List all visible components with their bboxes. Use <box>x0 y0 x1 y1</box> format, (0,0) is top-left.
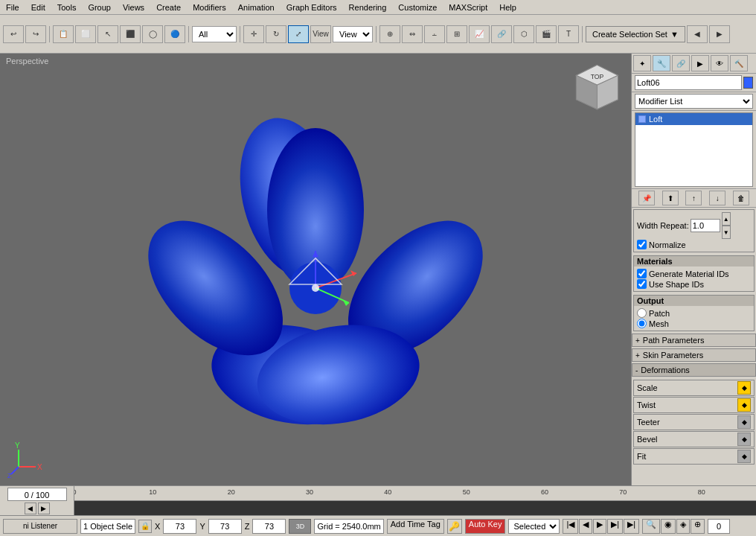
teeter-deform-btn[interactable]: Teeter ◆ <box>633 414 755 430</box>
add-key-icon[interactable]: 🔑 <box>447 519 462 534</box>
filter-btn1[interactable]: ◉ <box>661 519 676 534</box>
menu-rendering[interactable]: Rendering <box>343 1 393 13</box>
filter-btn3[interactable]: ⊕ <box>691 519 705 534</box>
object-name-input[interactable] <box>635 75 742 90</box>
undo-button[interactable]: ↩ <box>3 25 24 43</box>
toolbar-nav-prev[interactable]: ◀ <box>687 25 708 43</box>
create-selection-set-button[interactable]: Create Selection Set ▼ <box>586 26 685 42</box>
twist-deform-btn[interactable]: Twist ◆ <box>633 397 755 413</box>
rp-modify-btn[interactable]: 🔧 <box>653 55 670 71</box>
object-color-box[interactable] <box>743 77 753 89</box>
filter-dropdown[interactable]: All <box>192 26 237 42</box>
z-input[interactable] <box>252 519 286 534</box>
skin-parameters-btn[interactable]: + Skin Parameters <box>632 348 756 362</box>
next-frame-btn[interactable]: ▶| <box>607 519 623 534</box>
select-by-name-button[interactable]: 📋 <box>53 25 74 43</box>
menu-modifiers[interactable]: Modifiers <box>187 1 232 13</box>
select-rotate-button[interactable]: ↻ <box>266 25 286 43</box>
svg-text:TOP: TOP <box>591 73 604 80</box>
deformations-btn[interactable]: - Deformations <box>632 363 756 377</box>
bevel-icon: ◆ <box>737 433 751 446</box>
timeline-area: 0 / 100 ◀ ▶ 0 10 20 30 40 50 60 70 80 <box>0 485 756 515</box>
auto-key-btn[interactable]: Auto Key <box>465 519 506 534</box>
x-input[interactable] <box>163 519 196 534</box>
viewport-cube[interactable]: TOP <box>571 61 624 113</box>
rp-display-btn[interactable]: 👁 <box>711 55 728 71</box>
output-mesh-radio[interactable] <box>637 319 647 328</box>
select-region-button[interactable]: ⬛ <box>120 25 141 43</box>
menu-help[interactable]: Help <box>493 1 522 13</box>
scale-deform-btn[interactable]: Scale ◆ <box>633 380 755 396</box>
frame-number: 0 <box>708 519 730 534</box>
redo-button[interactable]: ↪ <box>25 25 46 43</box>
filter-btn2[interactable]: ◈ <box>676 519 690 534</box>
timeline-keyframe-area[interactable] <box>74 501 756 515</box>
timeline-track[interactable]: 0 10 20 30 40 50 60 70 80 <box>74 486 756 515</box>
width-repeat-input[interactable] <box>691 219 720 232</box>
rp-move-to-top-btn[interactable]: ⬆ <box>662 191 679 205</box>
select-move-button[interactable]: ✛ <box>243 25 264 43</box>
menu-customize[interactable]: Customize <box>392 1 443 13</box>
modifier-stack-item-loft[interactable]: Loft <box>635 113 752 125</box>
toolbar-nav-next[interactable]: ▶ <box>709 25 730 43</box>
rp-utilities-btn[interactable]: 🔨 <box>730 55 748 71</box>
rp-move-up-btn[interactable]: ↑ <box>685 191 702 205</box>
play-btn[interactable]: ▶ <box>593 519 606 534</box>
generate-material-ids-checkbox[interactable] <box>637 269 647 278</box>
align-button[interactable]: ⫠ <box>424 25 445 43</box>
select-object-button[interactable]: ↖ <box>97 25 118 43</box>
curve-editor-button[interactable]: 📈 <box>469 25 490 43</box>
search-btn[interactable]: 🔍 <box>642 519 660 534</box>
path-parameters-btn[interactable]: + Path Parameters <box>632 334 756 347</box>
timeline-prev-btn[interactable]: ◀ <box>25 502 36 514</box>
output-patch-radio[interactable] <box>637 308 647 318</box>
rp-motion-btn[interactable]: ▶ <box>691 55 709 71</box>
use-shape-ids-checkbox[interactable] <box>637 279 647 289</box>
schematic-view-button[interactable]: 🔗 <box>491 25 512 43</box>
viewport[interactable]: Perspective TOP <box>0 54 631 485</box>
layer-manager-button[interactable]: ⊞ <box>446 25 467 43</box>
menu-create[interactable]: Create <box>150 1 187 13</box>
rp-move-down-btn[interactable]: ↓ <box>709 191 725 205</box>
menu-file[interactable]: File <box>0 1 25 13</box>
select-lasso-button[interactable]: ◯ <box>142 25 163 43</box>
add-time-tag-btn[interactable]: Add Time Tag <box>387 519 444 534</box>
menu-animation[interactable]: Animation <box>232 1 281 13</box>
select-paint-button[interactable]: 🔵 <box>164 25 185 43</box>
width-repeat-content: Width Repeat: ▲ ▼ Normalize <box>634 210 754 252</box>
rect-selection-button[interactable]: ⬜ <box>75 25 96 43</box>
select-scale-button[interactable]: ⤢ <box>288 25 309 43</box>
selected-dropdown[interactable]: Selected <box>508 519 560 534</box>
menu-edit[interactable]: Edit <box>25 1 51 13</box>
materials-section: Materials Generate Material IDs Use Shap… <box>633 255 755 292</box>
bevel-deform-btn[interactable]: Bevel ◆ <box>633 431 755 447</box>
width-repeat-spin-down[interactable]: ▼ <box>722 226 731 239</box>
timeline-next-btn[interactable]: ▶ <box>38 502 50 514</box>
menu-tools[interactable]: Tools <box>51 1 83 13</box>
use-pivot-button[interactable]: ⊕ <box>379 25 400 43</box>
menu-group[interactable]: Group <box>82 1 117 13</box>
rp-delete-btn[interactable]: 🗑 <box>733 191 749 205</box>
go-to-end-btn[interactable]: ▶| <box>624 519 639 534</box>
reference-coord-button[interactable]: View <box>310 25 331 43</box>
fit-deform-btn[interactable]: Fit ◆ <box>633 448 755 465</box>
menu-maxscript[interactable]: MAXScript <box>443 1 493 13</box>
menu-views[interactable]: Views <box>117 1 150 13</box>
text-button[interactable]: T <box>558 25 579 43</box>
width-repeat-spin-up[interactable]: ▲ <box>722 212 731 226</box>
prev-frame-btn[interactable]: ◀ <box>579 519 592 534</box>
flower-visualization <box>111 72 520 431</box>
go-to-start-btn[interactable]: |◀ <box>563 519 578 534</box>
modifier-list-dropdown[interactable]: Modifier List <box>635 94 753 109</box>
lock-btn[interactable]: 🔒 <box>138 520 152 533</box>
material-editor-button[interactable]: ⬡ <box>513 25 534 43</box>
rp-hierarchy-btn[interactable]: 🔗 <box>672 55 690 71</box>
menu-graph-editors[interactable]: Graph Editors <box>281 1 343 13</box>
normalize-checkbox[interactable] <box>637 240 647 249</box>
rp-pin-btn[interactable]: 📌 <box>638 191 655 205</box>
render-button[interactable]: 🎬 <box>536 25 557 43</box>
rp-create-btn[interactable]: ✦ <box>633 55 651 71</box>
y-input[interactable] <box>208 519 242 534</box>
view-dropdown[interactable]: View <box>333 26 373 42</box>
mirror-button[interactable]: ⇔ <box>402 25 423 43</box>
